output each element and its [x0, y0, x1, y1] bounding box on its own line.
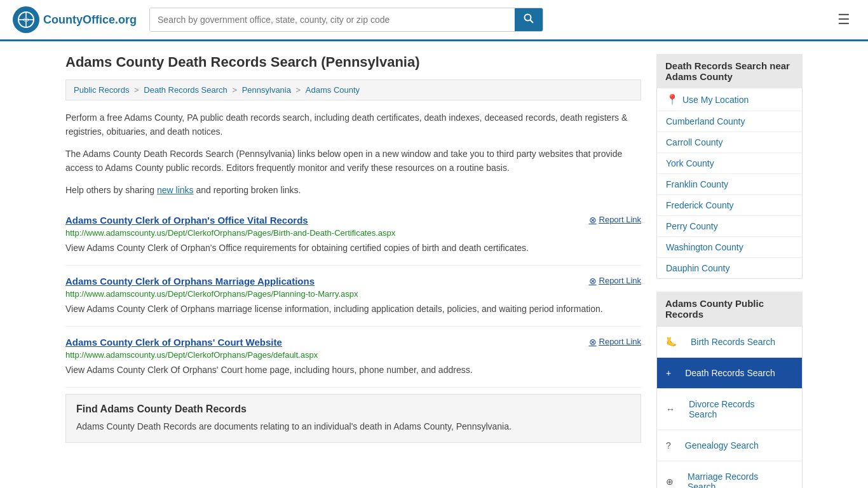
result-item-3: Adams County Clerk of Orphans' Court Web…: [65, 327, 641, 388]
public-records-title: Adams County Public Records: [656, 292, 803, 326]
logo-brand: CountyOffice: [43, 13, 115, 26]
result-url-3: http://www.adamscounty.us/Dept/ClerkofOr…: [65, 350, 641, 360]
nearby-item-1: Carroll County: [657, 132, 802, 153]
page-title: Adams County Death Records Search (Penns…: [65, 54, 641, 71]
nearby-item-6: Washington County: [657, 237, 802, 258]
report-link-3[interactable]: ⊗ Report Link: [589, 337, 641, 347]
logo-link[interactable]: CountyOffice.org: [13, 6, 137, 33]
search-bar: [149, 8, 543, 32]
nearby-item-7: Dauphin County: [657, 258, 802, 278]
nearby-link-3[interactable]: Franklin County: [657, 174, 802, 194]
report-icon-3: ⊗: [589, 337, 597, 347]
nearby-link-1[interactable]: Carroll County: [657, 132, 802, 152]
use-location-label: Use My Location: [682, 95, 749, 105]
svg-line-5: [531, 20, 534, 24]
record-item-birth: 🦶 Birth Records Search: [657, 327, 802, 358]
nearby-link-5[interactable]: Perry County: [657, 216, 802, 236]
breadcrumb-public-records[interactable]: Public Records: [74, 85, 129, 95]
nearby-title: Death Records Search near Adams County: [656, 54, 803, 88]
result-title-2: Adams County Clerk of Orphans Marriage A…: [65, 276, 641, 287]
result-link-1[interactable]: Adams County Clerk of Orphan's Office Vi…: [65, 215, 308, 226]
result-title-3: Adams County Clerk of Orphans' Court Web…: [65, 337, 641, 348]
nearby-item-4: Frederick County: [657, 195, 802, 216]
record-item-divorce: ↔ Divorce Records Search: [657, 389, 802, 430]
death-records-link[interactable]: Death Records Search: [676, 363, 784, 383]
result-link-3[interactable]: Adams County Clerk of Orphans' Court Web…: [65, 337, 282, 348]
site-header: CountyOffice.org ☰: [0, 0, 868, 41]
genealogy-link[interactable]: Genealogy Search: [676, 435, 768, 456]
result-link-2[interactable]: Adams County Clerk of Orphans Marriage A…: [65, 276, 315, 287]
report-icon-2: ⊗: [589, 276, 597, 286]
search-input[interactable]: [150, 8, 515, 31]
birth-icon: 🦶: [666, 337, 677, 347]
nearby-link-4[interactable]: Frederick County: [657, 195, 802, 215]
record-item-death: + Death Records Search: [657, 358, 802, 389]
report-link-1[interactable]: ⊗ Report Link: [589, 215, 641, 225]
use-location-item: 📍 Use My Location: [657, 88, 802, 111]
breadcrumb-sep2: >: [232, 85, 239, 95]
report-link-2[interactable]: ⊗ Report Link: [589, 276, 641, 286]
search-button[interactable]: [515, 8, 543, 31]
marriage-icon: ⊕: [666, 477, 674, 487]
main-container: Adams County Death Records Search (Penns…: [53, 41, 815, 488]
desc-para1: Perform a free Adams County, PA public d…: [65, 111, 641, 139]
public-records-section: Adams County Public Records 🦶 Birth Reco…: [656, 292, 803, 488]
desc-para2: The Adams County Death Records Search (P…: [65, 147, 641, 175]
find-section-heading: Find Adams County Death Records: [76, 403, 630, 415]
nearby-item-2: York County: [657, 153, 802, 174]
result-url-2: http://www.adamscounty.us/Dept/ClerkofOr…: [65, 289, 641, 299]
search-wrapper: ☰: [149, 8, 855, 32]
nearby-list: 📍 Use My Location Cumberland County Carr…: [656, 88, 803, 279]
nearby-section: Death Records Search near Adams County 📍…: [656, 54, 803, 279]
logo-suffix: .org: [115, 13, 137, 26]
breadcrumb-sep1: >: [134, 85, 141, 95]
result-url-1: http://www.adamscounty.us/Dept/ClerkofOr…: [65, 228, 641, 238]
find-section: Find Adams County Death Records Adams Co…: [65, 394, 641, 443]
result-item-1: Adams County Clerk of Orphan's Office Vi…: [65, 205, 641, 266]
menu-button[interactable]: ☰: [832, 9, 855, 30]
content-area: Adams County Death Records Search (Penns…: [65, 54, 641, 488]
result-title-1: Adams County Clerk of Orphan's Office Vi…: [65, 215, 641, 226]
report-icon-1: ⊗: [589, 215, 597, 225]
breadcrumb: Public Records > Death Records Search > …: [65, 79, 641, 100]
use-location-link[interactable]: 📍 Use My Location: [657, 88, 802, 111]
nearby-item-5: Perry County: [657, 216, 802, 237]
nearby-item-0: Cumberland County: [657, 111, 802, 132]
header-right: ☰: [832, 9, 855, 30]
marriage-records-link[interactable]: Marriage Records Search: [679, 466, 793, 488]
genealogy-icon: ?: [666, 440, 671, 451]
breadcrumb-pennsylvania[interactable]: Pennsylvania: [242, 85, 291, 95]
nearby-link-0[interactable]: Cumberland County: [657, 111, 802, 132]
result-desc-1: View Adams County Clerk of Orphan's Offi…: [65, 241, 641, 255]
result-item-2: Adams County Clerk of Orphans Marriage A…: [65, 266, 641, 327]
desc-para3: Help others by sharing new links and rep…: [65, 183, 641, 197]
breadcrumb-death-records[interactable]: Death Records Search: [144, 85, 227, 95]
record-item-marriage: ⊕ Marriage Records Search: [657, 461, 802, 488]
logo-text: CountyOffice.org: [43, 13, 137, 27]
record-item-genealogy: ? Genealogy Search: [657, 430, 802, 461]
birth-records-link[interactable]: Birth Records Search: [682, 332, 784, 352]
breadcrumb-adams-county[interactable]: Adams County: [306, 85, 360, 95]
location-icon: 📍: [666, 93, 679, 105]
logo-icon: [13, 6, 39, 33]
sidebar: Death Records Search near Adams County 📍…: [656, 54, 803, 488]
result-desc-2: View Adams County Clerk of Orphans marri…: [65, 302, 641, 316]
nearby-link-2[interactable]: York County: [657, 153, 802, 173]
divorce-records-link[interactable]: Divorce Records Search: [680, 394, 793, 424]
nearby-link-6[interactable]: Washington County: [657, 237, 802, 257]
death-plus-icon: +: [666, 368, 671, 378]
svg-point-4: [525, 15, 531, 21]
result-desc-3: View Adams County Clerk Of Orphans' Cour…: [65, 363, 641, 377]
find-section-text: Adams County Death Records are documents…: [76, 420, 630, 433]
divorce-icon: ↔: [666, 404, 675, 414]
new-links-link[interactable]: new links: [157, 185, 194, 195]
breadcrumb-sep3: >: [296, 85, 303, 95]
public-records-list: 🦶 Birth Records Search + Death Records S…: [656, 326, 803, 488]
page-description: Perform a free Adams County, PA public d…: [65, 111, 641, 197]
nearby-link-7[interactable]: Dauphin County: [657, 258, 802, 278]
nearby-item-3: Franklin County: [657, 174, 802, 195]
